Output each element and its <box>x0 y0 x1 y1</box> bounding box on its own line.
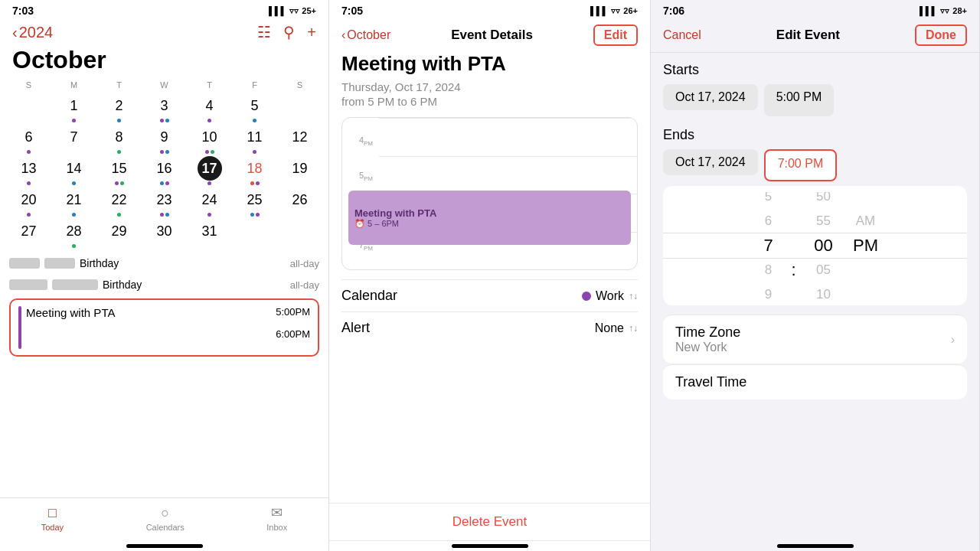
birthday-label-2: Birthday <box>103 279 142 291</box>
tab-inbox-label: Inbox <box>266 523 287 532</box>
cal-day-20[interactable]: 20 <box>6 187 51 217</box>
alert-value-row[interactable]: None ↑↓ <box>595 321 638 335</box>
wheel-min-50: 50 <box>801 192 847 209</box>
timezone-value: New York <box>675 341 740 354</box>
cal-day-10[interactable]: 10 <box>187 124 232 154</box>
starts-row: Oct 17, 2024 5:00 PM <box>663 84 967 116</box>
year-back-button[interactable]: ‹ 2024 <box>12 24 53 41</box>
calendar-selector-icon: ↑↓ <box>629 291 638 302</box>
cal-day-1[interactable]: 1 <box>51 93 96 122</box>
cal-week-3: 13 14 15 16 17 18 19 <box>6 155 322 185</box>
tab-today[interactable]: □ Today <box>41 505 64 532</box>
cal-day-30[interactable]: 30 <box>142 218 187 248</box>
cal-week-2: 6 7 8 9 10 11 12 <box>6 124 322 154</box>
ends-time-pill[interactable]: 7:00 PM <box>764 149 838 181</box>
cal-day-9[interactable]: 9 <box>142 124 187 154</box>
all-day-event-2[interactable]: Birthday <box>9 277 142 292</box>
status-icons-3: ▌▌▌ ▿▿ 28+ <box>920 6 967 16</box>
calendar-value-row[interactable]: Work ↑↓ <box>582 289 638 303</box>
back-chevron-icon-2: ‹ <box>341 28 345 42</box>
ampm-wheel[interactable]: AM PM <box>847 209 885 282</box>
tab-inbox[interactable]: ✉ Inbox <box>266 504 287 532</box>
cal-day-22[interactable]: 22 <box>96 187 142 217</box>
back-label: October <box>347 28 390 42</box>
cal-day-16[interactable]: 16 <box>142 155 187 185</box>
ends-section: Ends Oct 17, 2024 7:00 PM <box>663 127 967 181</box>
cal-day-28[interactable]: 28 <box>51 218 96 248</box>
cal-day-19[interactable]: 19 <box>277 155 322 185</box>
meeting-event-box[interactable]: Meeting with PTA 5:00PM 6:00PM <box>9 298 319 357</box>
event-title-text: Meeting with PTA <box>26 306 115 319</box>
day-headers: S M T W T F S <box>6 79 322 91</box>
minutes-wheel[interactable]: 45 50 55 00 05 10 15 <box>801 192 847 299</box>
event-color-bar <box>18 306 21 349</box>
cal-day-18[interactable]: 18 <box>232 155 277 185</box>
cal-day-13[interactable]: 13 <box>6 155 51 185</box>
add-icon[interactable]: + <box>307 24 316 41</box>
cal-day-6[interactable]: 6 <box>6 124 51 154</box>
cal-day-14[interactable]: 14 <box>51 155 96 185</box>
meeting-block[interactable]: Meeting with PTA ⏰ 5 – 6PM <box>348 191 631 245</box>
cal-day-17[interactable]: 17 <box>187 155 232 185</box>
wheel-hour-9: 9 <box>746 282 792 299</box>
cal-day-29[interactable]: 29 <box>96 218 142 248</box>
starts-date-pill[interactable]: Oct 17, 2024 <box>663 84 758 110</box>
calendar-label: Calendar <box>341 288 397 304</box>
event-left: Meeting with PTA <box>18 306 115 349</box>
all-day-row-1: Birthday all-day <box>9 254 319 272</box>
cal-day-5[interactable]: 5 <box>232 93 277 122</box>
search-icon[interactable]: ⚲ <box>283 23 295 41</box>
cal-day-7[interactable]: 7 <box>51 124 96 154</box>
cal-week-5: 27 28 29 30 31 <box>6 218 322 248</box>
wheel-pm: PM <box>847 233 885 258</box>
cancel-button[interactable]: Cancel <box>663 28 701 42</box>
cal-day-8[interactable]: 8 <box>96 124 142 154</box>
travel-time-row[interactable]: Travel Time <box>663 364 967 399</box>
cal-day-27[interactable]: 27 <box>6 218 51 248</box>
delete-event-button[interactable]: Delete Event <box>329 503 650 541</box>
event-detail-panel: 7:05 ▌▌▌ ▿▿ 26+ ‹ October Event Details … <box>329 0 651 551</box>
calendar-color-dot <box>582 292 591 301</box>
starts-time-pill[interactable]: 5:00 PM <box>764 84 835 116</box>
calendar-nav: ‹ 2024 ☷ ⚲ + <box>0 20 328 46</box>
cal-day-24[interactable]: 24 <box>187 187 232 217</box>
timezone-row[interactable]: Time Zone New York › <box>663 315 967 364</box>
done-button[interactable]: Done <box>915 24 967 46</box>
back-to-calendar-button[interactable]: ‹ October <box>341 28 390 42</box>
mini-calendar-view: 4PM 5PM 6PM 7PM Meeting with PTA ⏰ 5 – 6… <box>341 117 638 270</box>
all-day-row-2: Birthday all-day <box>9 276 319 294</box>
wifi-icon-3: ▿▿ <box>940 6 949 16</box>
time-picker-wheel[interactable]: 4 5 6 7 8 9 10 : 45 50 55 00 05 10 <box>663 192 967 299</box>
wheel-hour-5: 5 <box>746 192 792 209</box>
event-end-time: 6:00PM <box>276 328 310 340</box>
battery-icon: 25+ <box>302 6 316 15</box>
status-icons-2: ▌▌▌ ▿▿ 26+ <box>590 6 638 16</box>
tab-calendars[interactable]: ○ Calendars <box>146 505 185 532</box>
wheel-hour-8: 8 <box>746 258 792 282</box>
alert-section: Alert None ↑↓ <box>341 311 638 344</box>
inbox-icon: ✉ <box>271 504 283 521</box>
wheel-colon: : <box>792 258 801 282</box>
edit-event-content: Starts Oct 17, 2024 5:00 PM Ends Oct 17,… <box>651 53 979 541</box>
year-label[interactable]: 2024 <box>19 24 54 41</box>
today-icon: □ <box>48 505 57 521</box>
cal-day-26[interactable]: 26 <box>277 187 322 217</box>
all-day-event-1[interactable]: Birthday <box>9 256 119 271</box>
cal-day-3[interactable]: 3 <box>142 93 187 122</box>
back-chevron-icon: ‹ <box>12 24 18 41</box>
ends-date-pill[interactable]: Oct 17, 2024 <box>663 149 758 175</box>
hours-wheel[interactable]: 4 5 6 7 8 9 10 <box>746 192 792 299</box>
cal-day-23[interactable]: 23 <box>142 187 187 217</box>
cal-day-2[interactable]: 2 <box>96 93 142 122</box>
grid-icon[interactable]: ☷ <box>257 23 271 41</box>
cal-day-25[interactable]: 25 <box>232 187 277 217</box>
cal-day-31[interactable]: 31 <box>187 218 232 248</box>
cal-day-21[interactable]: 21 <box>51 187 96 217</box>
cal-day-12[interactable]: 12 <box>277 124 322 154</box>
cal-day-15[interactable]: 15 <box>96 155 142 185</box>
edit-button[interactable]: Edit <box>593 24 638 46</box>
calendar-nav-icons: ☷ ⚲ + <box>257 23 316 41</box>
cal-day-11[interactable]: 11 <box>232 124 277 154</box>
ends-label: Ends <box>663 127 967 143</box>
cal-day-4[interactable]: 4 <box>187 93 232 122</box>
